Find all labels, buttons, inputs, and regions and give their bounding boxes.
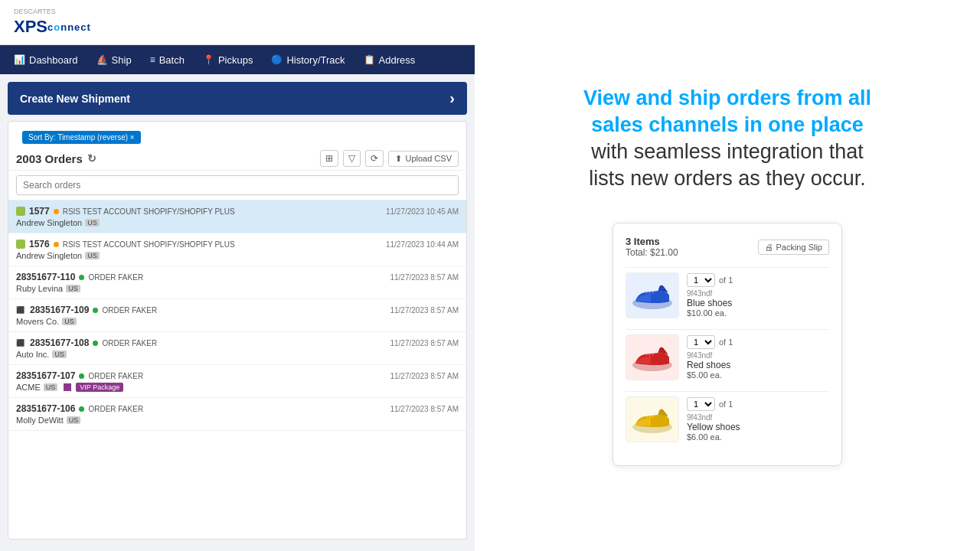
tagline-line4: lists new orders as they occur.: [589, 167, 866, 190]
product-image-blue-shoes: [626, 272, 679, 318]
of-quantity-blue-shoes: of 1: [719, 276, 733, 285]
sort-badge[interactable]: Sort By: Timestamp (reverse) ×: [22, 131, 141, 144]
refresh-button[interactable]: ⟳: [365, 150, 384, 167]
order-total: Total: $21.00: [626, 247, 678, 258]
country-flag-106: US: [67, 416, 81, 424]
country-flag-110: US: [66, 285, 80, 292]
orders-list: 1577 RSIS TEST ACCOUNT SHOPIFY/SHOPIFY P…: [8, 201, 466, 540]
product-name-blue-shoes: Blue shoes: [687, 298, 829, 308]
blue-shoe-svg: [629, 279, 675, 313]
order-customer-1576: Andrew Singleton US: [16, 251, 100, 260]
product-row-blue-shoes: 123 of 1 9f43ndf Blue shoes $10.00 ea.: [626, 272, 829, 318]
order-source-107: ORDER FAKER: [88, 372, 143, 380]
order-source-1576: RSIS TEST ACCOUNT SHOPIFY/SHOPIFY PLUS: [63, 240, 235, 249]
order-customer-107: ACME US VIP Package: [16, 383, 123, 392]
order-id-108: 28351677-108: [30, 337, 89, 348]
tagline-line1: View and ship orders from all: [583, 86, 871, 109]
logo-bar: DESCARTES XPS connect: [0, 0, 475, 45]
order-time-109: 11/27/2023 8:57 AM: [390, 306, 459, 315]
orders-count: 2003 Orders ↻: [16, 152, 96, 165]
product-info-red-shoes: 123 of 1 9f43ndf Red shoes $5.00 ea.: [687, 335, 829, 380]
connect-label: connect: [47, 21, 91, 33]
vip-color-square: [64, 383, 71, 391]
order-dot-110: [79, 275, 84, 280]
upload-csv-button[interactable]: ⬆ Upload CSV: [388, 151, 459, 167]
order-customer-110: Ruby Levina US: [16, 284, 80, 293]
qty-select-blue-shoes[interactable]: 123: [687, 273, 715, 287]
logo: DESCARTES XPS connect: [14, 8, 91, 37]
order-item-28351677-107[interactable]: 28351677-107 ORDER FAKER 11/27/2023 8:57…: [8, 365, 466, 398]
order-id-106: 28351677-106: [16, 403, 75, 414]
nav-item-address[interactable]: 📋 Address: [354, 50, 425, 70]
order-dot-1576: [54, 242, 59, 247]
batch-icon: ≡: [150, 54, 155, 65]
orders-count-label: 2003 Orders: [16, 152, 83, 165]
search-input[interactable]: [16, 175, 459, 195]
order-source-1577: RSIS TEST ACCOUNT SHOPIFY/SHOPIFY PLUS: [63, 207, 235, 216]
nav-item-dashboard[interactable]: 📊 Dashboard: [5, 50, 87, 70]
order-item-1576[interactable]: 1576 RSIS TEST ACCOUNT SHOPIFY/SHOPIFY P…: [8, 233, 466, 266]
product-name-red-shoes: Red shoes: [687, 360, 829, 370]
nav-ship-label: Ship: [112, 54, 132, 66]
ship-icon: ⛵: [96, 54, 108, 65]
xps-label: XPS: [14, 17, 47, 37]
product-row-yellow-shoes: 123 of 1 9f43ndf Yellow shoes $6.00 ea.: [626, 396, 829, 442]
order-item-28351677-106[interactable]: 28351677-106 ORDER FAKER 11/27/2023 8:57…: [8, 398, 466, 431]
filter-button[interactable]: ▽: [343, 150, 361, 167]
grid-view-button[interactable]: ⊞: [320, 150, 338, 167]
customer-name-108: Auto Inc.: [16, 350, 49, 359]
nav-item-history[interactable]: 🔵 History/Track: [262, 50, 354, 70]
refresh-icon[interactable]: ↻: [87, 152, 96, 165]
product-sku-yellow-shoes: 9f43ndf: [687, 413, 829, 422]
customer-name-1576: Andrew Singleton: [16, 251, 82, 260]
order-source-108: ORDER FAKER: [102, 339, 157, 347]
order-customer-106: Molly DeWitt US: [16, 416, 80, 425]
product-image-yellow-shoes: [626, 396, 679, 442]
orders-actions: ⊞ ▽ ⟳ ⬆ Upload CSV: [320, 150, 459, 167]
packing-slip-button[interactable]: 🖨 Packing Slip: [758, 240, 829, 255]
nav-item-batch[interactable]: ≡ Batch: [141, 50, 194, 70]
order-id-109: 28351677-109: [30, 305, 89, 315]
order-item-28351677-110[interactable]: 28351677-110 ORDER FAKER 11/27/2023 8:57…: [8, 266, 466, 299]
order-time-1577: 11/27/2023 10:45 AM: [386, 207, 459, 216]
product-price-blue-shoes: $10.00 ea.: [687, 308, 829, 318]
nav-address-label: Address: [379, 54, 416, 66]
history-icon: 🔵: [271, 54, 283, 65]
nav-bar: 📊 Dashboard ⛵ Ship ≡ Batch 📍 Pickups 🔵 H…: [0, 45, 475, 74]
nav-item-pickups[interactable]: 📍 Pickups: [194, 50, 263, 70]
order-item-28351677-108[interactable]: ⬛ 28351677-108 ORDER FAKER 11/27/2023 8:…: [8, 332, 466, 365]
customer-name-1577: Andrew Singleton: [16, 218, 82, 227]
order-item-1577[interactable]: 1577 RSIS TEST ACCOUNT SHOPIFY/SHOPIFY P…: [8, 201, 466, 233]
nav-item-ship[interactable]: ⛵ Ship: [87, 50, 141, 70]
address-icon: 📋: [364, 54, 375, 65]
yellow-shoe-svg: [629, 403, 675, 437]
dashboard-icon: 📊: [14, 54, 25, 65]
product-sku-blue-shoes: 9f43ndf: [687, 289, 829, 298]
order-time-107: 11/27/2023 8:57 AM: [390, 372, 459, 380]
product-card: 3 Items Total: $21.00 🖨 Packing Slip: [612, 223, 842, 466]
shopify-mini-108: ⬛: [16, 339, 24, 347]
order-dot-107: [79, 373, 84, 379]
create-shipment-bar[interactable]: Create New Shipment ›: [8, 82, 467, 115]
main-content: Create New Shipment › Sort By: Timestamp…: [0, 74, 475, 551]
order-source-109: ORDER FAKER: [102, 306, 157, 315]
product-price-yellow-shoes: $6.00 ea.: [687, 432, 829, 442]
qty-select-yellow-shoes[interactable]: 123: [687, 397, 715, 411]
shopify-icon-1576: [16, 240, 25, 249]
tagline: View and ship orders from all sales chan…: [583, 85, 871, 192]
order-id-110: 28351677-110: [16, 272, 75, 282]
order-item-28351677-109[interactable]: ⬛ 28351677-109 ORDER FAKER 11/27/2023 8:…: [8, 299, 466, 332]
qty-select-red-shoes[interactable]: 123: [687, 335, 715, 349]
product-price-red-shoes: $5.00 ea.: [687, 370, 829, 380]
order-id-1577: 1577: [29, 206, 50, 217]
search-box: [8, 171, 466, 201]
orders-header: 2003 Orders ↻ ⊞ ▽ ⟳ ⬆ Upload CSV: [8, 147, 466, 171]
nav-pickups-label: Pickups: [218, 54, 253, 66]
order-dot-109: [93, 308, 98, 313]
right-panel: View and ship orders from all sales chan…: [475, 0, 980, 551]
create-shipment-arrow: ›: [449, 90, 455, 107]
order-source-110: ORDER FAKER: [88, 273, 143, 282]
create-shipment-label: Create New Shipment: [20, 93, 130, 105]
customer-name-107: ACME: [16, 383, 41, 392]
card-header: 3 Items Total: $21.00 🖨 Packing Slip: [626, 236, 829, 258]
